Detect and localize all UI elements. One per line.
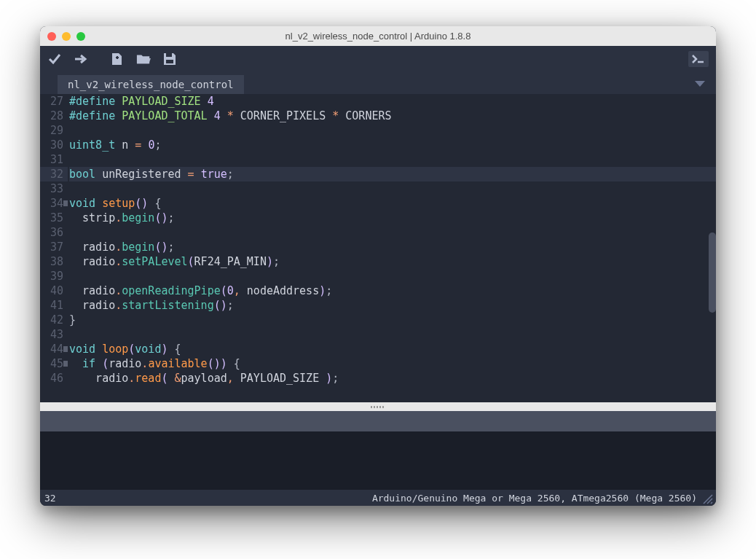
line-number-gutter: 2728293031323334353637383940414243444546 (40, 94, 68, 402)
line-number: 31 (40, 152, 68, 167)
save-file-button[interactable] (162, 52, 177, 66)
serial-monitor-button[interactable] (688, 51, 709, 67)
line-number: 41 (40, 298, 68, 313)
code-line[interactable]: radio.startListening(); (69, 298, 716, 313)
code-line[interactable]: void loop(void) { (69, 342, 716, 356)
code-line[interactable]: radio.begin(); (69, 240, 716, 254)
board-indicator: Arduino/Genuino Mega or Mega 2560, ATmeg… (372, 493, 697, 504)
line-number: 39 (40, 269, 68, 284)
line-number: 28 (40, 109, 68, 123)
message-strip (40, 411, 716, 431)
line-number: 38 (40, 254, 68, 269)
code-line[interactable]: if (radio.available()) { (69, 356, 716, 371)
toolbar (40, 46, 716, 72)
line-number: 34 (40, 196, 68, 211)
line-number: 42 (40, 313, 68, 327)
code-line[interactable] (69, 269, 716, 284)
close-window-button[interactable] (47, 32, 56, 41)
line-number: 29 (40, 123, 68, 138)
code-line[interactable]: } (69, 313, 716, 327)
code-line[interactable]: radio.setPALevel(RF24_PA_MIN); (69, 254, 716, 269)
line-number: 32 (40, 167, 68, 181)
status-bar: 32 Arduino/Genuino Mega or Mega 2560, AT… (40, 490, 716, 506)
line-number: 40 (40, 284, 68, 298)
code-line[interactable]: radio.read( &payload, PAYLOAD_SIZE ); (69, 371, 716, 386)
line-number: 44 (40, 342, 68, 356)
line-number: 46 (40, 371, 68, 386)
tab-bar: nl_v2_wireless_node_control (40, 72, 716, 94)
line-number: 37 (40, 240, 68, 254)
code-line[interactable] (69, 152, 716, 167)
code-line[interactable]: uint8_t n = 0; (69, 138, 716, 152)
editor-splitter[interactable] (40, 402, 716, 411)
svg-rect-0 (166, 53, 172, 57)
code-line[interactable]: void setup() { (69, 196, 716, 211)
code-line[interactable]: strip.begin(); (69, 211, 716, 225)
code-line[interactable]: radio.openReadingPipe(0, nodeAddress); (69, 284, 716, 298)
window-controls (47, 32, 85, 41)
resize-grip-icon[interactable] (703, 494, 713, 504)
tab-menu-dropdown[interactable] (694, 78, 706, 91)
verify-button[interactable] (47, 52, 62, 66)
code-line[interactable]: #define PAYLOAD_TOTAL 4 * CORNER_PIXELS … (69, 109, 716, 123)
line-number: 33 (40, 181, 68, 196)
line-number: 30 (40, 138, 68, 152)
minimize-window-button[interactable] (62, 32, 71, 41)
code-editor[interactable]: 2728293031323334353637383940414243444546… (40, 94, 716, 402)
code-line[interactable] (69, 181, 716, 196)
zoom-window-button[interactable] (76, 32, 85, 41)
code-line[interactable] (69, 123, 716, 138)
line-number: 35 (40, 211, 68, 225)
line-number: 45 (40, 356, 68, 371)
new-file-button[interactable] (110, 52, 125, 66)
code-line[interactable]: bool unRegistered = true; (69, 167, 716, 181)
vertical-scrollbar[interactable] (709, 232, 716, 313)
editor-tab[interactable]: nl_v2_wireless_node_control (58, 75, 244, 94)
upload-button[interactable] (74, 52, 88, 66)
toolbar-left (47, 52, 88, 66)
code-area[interactable]: #define PAYLOAD_SIZE 4#define PAYLOAD_TO… (68, 94, 716, 402)
code-line[interactable] (69, 225, 716, 240)
line-number: 36 (40, 225, 68, 240)
console-output[interactable] (40, 431, 716, 490)
code-line[interactable]: #define PAYLOAD_SIZE 4 (69, 94, 716, 109)
open-file-button[interactable] (136, 52, 151, 66)
code-line[interactable] (69, 327, 716, 342)
toolbar-file-group (110, 52, 177, 66)
line-number: 43 (40, 327, 68, 342)
line-number: 27 (40, 94, 68, 109)
cursor-line-indicator: 32 (44, 493, 56, 504)
svg-rect-1 (166, 60, 173, 63)
titlebar: nl_v2_wireless_node_control | Arduino 1.… (40, 26, 716, 46)
window-title: nl_v2_wireless_node_control | Arduino 1.… (40, 31, 716, 42)
app-window: nl_v2_wireless_node_control | Arduino 1.… (40, 26, 716, 506)
